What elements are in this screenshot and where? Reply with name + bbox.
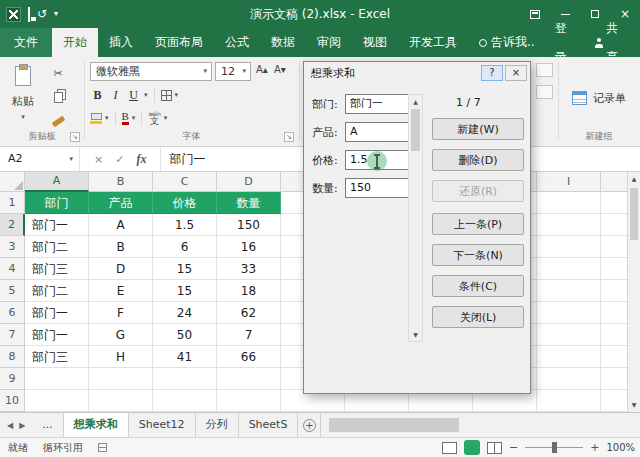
normal-view-button[interactable] xyxy=(442,442,457,454)
new-sheet-button[interactable]: + xyxy=(298,413,320,437)
row-header-3[interactable]: 3 xyxy=(0,236,25,258)
dialog-close-button[interactable]: × xyxy=(505,65,527,81)
shrink-font-button[interactable]: A▾ xyxy=(274,64,286,75)
sheet-tab-sheet12[interactable]: Sheet12 xyxy=(129,413,196,437)
italic-button[interactable]: I xyxy=(108,86,123,104)
row-header-10[interactable]: 10 xyxy=(0,390,25,412)
underline-button[interactable]: U xyxy=(126,86,141,104)
form-scroll-down-icon[interactable]: ▼ xyxy=(409,328,422,341)
ribbon-tab-tell-me[interactable]: 告诉我.. xyxy=(468,28,546,57)
zoom-level[interactable]: 100% xyxy=(606,442,635,453)
cell-A3[interactable]: 部门二 xyxy=(25,236,89,258)
cell-I10[interactable] xyxy=(537,390,601,412)
column-header-J[interactable]: J xyxy=(601,172,627,192)
cell-J10[interactable] xyxy=(601,390,627,412)
row-header-4[interactable]: 4 xyxy=(0,258,25,280)
form-field-input-0[interactable]: 部门一 xyxy=(345,94,409,114)
cell-I8[interactable] xyxy=(537,346,601,368)
column-header-D[interactable]: D xyxy=(217,172,281,192)
cell-B8[interactable]: H xyxy=(89,346,153,368)
cell-B10[interactable] xyxy=(89,390,153,412)
cell-I4[interactable] xyxy=(537,258,601,280)
form-record-scrollbar[interactable]: ▲ ▼ xyxy=(408,94,423,342)
enter-button[interactable]: ✓ xyxy=(115,153,124,166)
form-button-new[interactable]: 新建(W) xyxy=(432,118,524,140)
cell-J4[interactable] xyxy=(601,258,627,280)
font-size-select[interactable]: 12▾ xyxy=(215,62,251,81)
cell-J7[interactable] xyxy=(601,324,627,346)
insert-function-button[interactable]: fx xyxy=(136,152,146,167)
cell-C5[interactable]: 15 xyxy=(153,280,217,302)
column-header-A[interactable]: A xyxy=(25,172,89,192)
zoom-slider-thumb[interactable] xyxy=(552,442,557,453)
record-form-button[interactable]: 记录单 xyxy=(566,85,632,111)
grow-font-button[interactable]: A▴ xyxy=(256,64,268,75)
cell-C3[interactable]: 6 xyxy=(153,236,217,258)
cell-C4[interactable]: 15 xyxy=(153,258,217,280)
cell-I5[interactable] xyxy=(537,280,601,302)
name-box[interactable]: A2 ▾ xyxy=(0,147,80,171)
select-all-corner[interactable] xyxy=(0,172,25,192)
cell-C2[interactable]: 1.5 xyxy=(153,214,217,236)
ribbon-tab-page-layout[interactable]: 页面布局 xyxy=(144,28,214,57)
ribbon-tab-review[interactable]: 审阅 xyxy=(306,28,352,57)
font-name-select[interactable]: 微软雅黑▾ xyxy=(90,62,212,81)
circular-reference-warning[interactable]: 循环引用 xyxy=(43,441,83,455)
form-button-close[interactable]: 关闭(L) xyxy=(432,306,524,328)
font-dialog-launcher[interactable]: ↘ xyxy=(284,132,294,142)
cell-J8[interactable] xyxy=(601,346,627,368)
table-header-cell-C1[interactable]: 价格 xyxy=(153,192,217,214)
sheet-tab-sheet5[interactable]: SheetS xyxy=(239,413,299,437)
ribbon-tab-data[interactable]: 数据 xyxy=(260,28,306,57)
cell-B5[interactable]: E xyxy=(89,280,153,302)
format-painter-button[interactable] xyxy=(46,113,70,130)
cell-D9[interactable] xyxy=(217,368,281,390)
cell-B6[interactable]: F xyxy=(89,302,153,324)
zoom-out-button[interactable]: − xyxy=(509,441,518,454)
table-header-cell-A1[interactable]: 部门 xyxy=(25,192,89,214)
cell-B4[interactable]: D xyxy=(89,258,153,280)
macro-record-icon[interactable] xyxy=(98,443,107,452)
form-field-input-3[interactable]: 150 xyxy=(345,178,409,198)
cell-C7[interactable]: 50 xyxy=(153,324,217,346)
sheet-tab-xiangcheng-qiuhe[interactable]: 想乘求和 xyxy=(64,413,129,437)
form-field-input-1[interactable]: A xyxy=(345,122,409,142)
bold-button[interactable]: B xyxy=(90,86,105,104)
form-button-prev[interactable]: 上一条(P) xyxy=(432,213,524,235)
cell-I1[interactable] xyxy=(537,192,601,214)
cell-D5[interactable]: 18 xyxy=(217,280,281,302)
sheet-tab-fenlie[interactable]: 分列 xyxy=(196,413,239,437)
phonetic-guide-button[interactable]: wén 文 xyxy=(148,111,160,126)
ribbon-tab-home[interactable]: 开始 xyxy=(52,28,98,57)
cell-A9[interactable] xyxy=(25,368,89,390)
scroll-up-icon[interactable]: ▲ xyxy=(628,172,640,186)
font-color-dropdown-icon[interactable]: ▾ xyxy=(132,114,136,122)
cell-D4[interactable]: 33 xyxy=(217,258,281,280)
font-color-button[interactable]: B xyxy=(122,111,129,125)
cell-B9[interactable] xyxy=(89,368,153,390)
row-header-7[interactable]: 7 xyxy=(0,324,25,346)
cell-I3[interactable] xyxy=(537,236,601,258)
cell-D3[interactable]: 16 xyxy=(217,236,281,258)
horizontal-scrollbar[interactable] xyxy=(320,413,640,437)
row-header-9[interactable]: 9 xyxy=(0,368,25,390)
cell-C6[interactable]: 24 xyxy=(153,302,217,324)
cell-B2[interactable]: A xyxy=(89,214,153,236)
form-scroll-thumb[interactable] xyxy=(411,109,420,151)
table-header-cell-B1[interactable]: 产品 xyxy=(89,192,153,214)
row-header-5[interactable]: 5 xyxy=(0,280,25,302)
dialog-help-button[interactable]: ? xyxy=(481,65,503,81)
cell-I7[interactable] xyxy=(537,324,601,346)
zoom-in-button[interactable]: + xyxy=(590,441,599,454)
cell-J6[interactable] xyxy=(601,302,627,324)
cell-I2[interactable] xyxy=(537,214,601,236)
cell-B3[interactable]: B xyxy=(89,236,153,258)
paste-button[interactable]: 粘贴 ▾ xyxy=(6,61,40,139)
phonetic-dropdown-icon[interactable]: ▾ xyxy=(164,114,168,122)
form-scroll-up-icon[interactable]: ▲ xyxy=(409,95,422,108)
row-header-1[interactable]: 1 xyxy=(0,192,25,214)
cell-I6[interactable] xyxy=(537,302,601,324)
cell-D6[interactable]: 62 xyxy=(217,302,281,324)
row-header-6[interactable]: 6 xyxy=(0,302,25,324)
cell-C9[interactable] xyxy=(153,368,217,390)
